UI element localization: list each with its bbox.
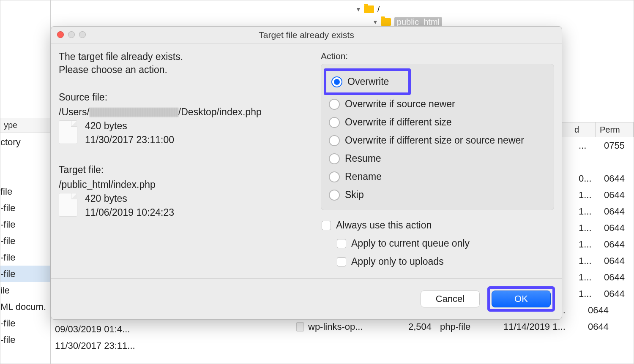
file-icon [296,322,304,331]
minimize-icon [68,31,75,38]
maximize-icon [79,31,86,38]
bg-left-header: ype [0,118,50,133]
dialog-title: Target file already exists [259,30,354,40]
bg-left-date: 11/30/2017 23:11... [55,337,135,354]
dialog-titlebar: Target file already exists [51,27,562,43]
bg-left-row[interactable]: -file [0,315,15,331]
bg-left-col-type[interactable]: ype [0,118,50,133]
folder-icon [364,5,374,13]
always-use-action[interactable]: Always use this action [321,216,554,234]
annotation-highlight: Overwrite [324,68,411,95]
source-file-label: Source file: [59,92,312,103]
bg-left-row[interactable]: -file [0,200,15,216]
target-file-label: Target file: [59,164,312,176]
action-label: Action: [321,51,554,61]
radio-icon[interactable] [329,171,340,182]
bg-left-rows: ctory file -file -file -file -file -file… [0,133,50,348]
radio-icon[interactable] [329,99,340,110]
radio-label: Overwrite if different size [345,117,452,128]
tree-child-label: public_html [394,17,442,27]
radio-label: Overwrite if source newer [345,98,455,110]
dialog-message: The target file already exists. [59,51,312,62]
chevron-down-icon: ▼ [355,6,361,13]
bg-left-row[interactable]: -file [0,331,15,348]
action-overwrite[interactable]: Overwrite [329,73,391,91]
checkbox-label: Apply to current queue only [351,238,470,249]
action-skip[interactable]: Skip [326,186,549,204]
chevron-down-icon: ▼ [372,19,378,25]
bg-left-row[interactable]: file [0,183,12,200]
folder-icon [381,18,391,26]
bg-left-row[interactable]: -file [0,233,15,249]
action-group: Overwrite Overwrite if source newer Over… [321,64,554,210]
target-file-date: 11/06/2019 10:24:23 [85,207,174,218]
close-icon[interactable] [57,31,64,38]
action-overwrite-newer[interactable]: Overwrite if source newer [326,95,549,113]
bg-col-perm[interactable]: Perm [596,122,634,137]
bg-left-date: 09/03/2019 01:4... [55,321,135,337]
tree-root[interactable]: ▼ / [51,3,634,16]
radio-label: Skip [345,189,364,201]
bg-left-row[interactable]: -file [0,266,15,282]
bg-left-row[interactable]: ile [0,282,10,299]
checkbox-icon[interactable] [337,239,346,248]
cancel-button[interactable]: Cancel [421,291,480,307]
table-row[interactable]: wp-links-op... 2,504 php-file 11/14/2019… [51,318,634,335]
dialog-message: Please choose an action. [59,64,312,76]
action-resume[interactable]: Resume [326,149,549,168]
radio-icon[interactable] [331,76,342,87]
target-file-path: /public_html/index.php [59,179,312,190]
radio-icon[interactable] [329,135,340,146]
overwrite-dialog: Target file already exists The target fi… [51,26,562,320]
action-rename[interactable]: Rename [326,168,549,186]
annotation-highlight: OK [487,286,555,312]
source-file-path: /Users//Desktop/index.php [59,106,312,118]
dialog-footer: Cancel OK [51,279,562,319]
radio-label: Rename [345,171,382,182]
action-overwrite-size[interactable]: Overwrite if different size [326,113,549,131]
bg-left-row[interactable]: ctory [0,134,21,150]
file-icon [59,193,77,217]
radio-icon[interactable] [329,190,340,201]
radio-label: Resume [345,153,381,164]
radio-icon[interactable] [329,153,340,164]
source-file-date: 11/30/2017 23:11:00 [85,134,174,146]
file-icon [59,120,77,144]
apply-current-queue[interactable]: Apply to current queue only [321,234,554,253]
radio-label: Overwrite [347,76,389,87]
dialog-info-panel: The target file already exists. Please c… [59,51,312,272]
bg-left-row[interactable]: -file [0,249,15,266]
bg-col-d[interactable]: d [570,122,596,137]
target-file-size: 420 bytes [85,193,174,204]
source-file-size: 420 bytes [85,120,174,132]
radio-icon[interactable] [329,117,340,128]
checkbox-icon[interactable] [337,257,346,266]
checkbox-label: Always use this action [336,220,432,231]
action-overwrite-size-or-newer[interactable]: Overwrite if different size or source ne… [326,131,549,149]
checkbox-icon[interactable] [322,221,331,230]
bg-left-row[interactable]: -file [0,216,15,233]
bg-left-panel: ype ctory file -file -file -file -file -… [0,0,51,364]
apply-only-uploads[interactable]: Apply only to uploads [321,253,554,271]
checkbox-label: Apply only to uploads [351,256,444,267]
redacted-text [90,108,178,117]
bg-left-row[interactable]: ML docum. [0,299,46,315]
ok-button[interactable]: OK [492,291,551,307]
tree-root-label: / [377,5,380,14]
radio-label: Overwrite if different size or source ne… [345,135,524,146]
